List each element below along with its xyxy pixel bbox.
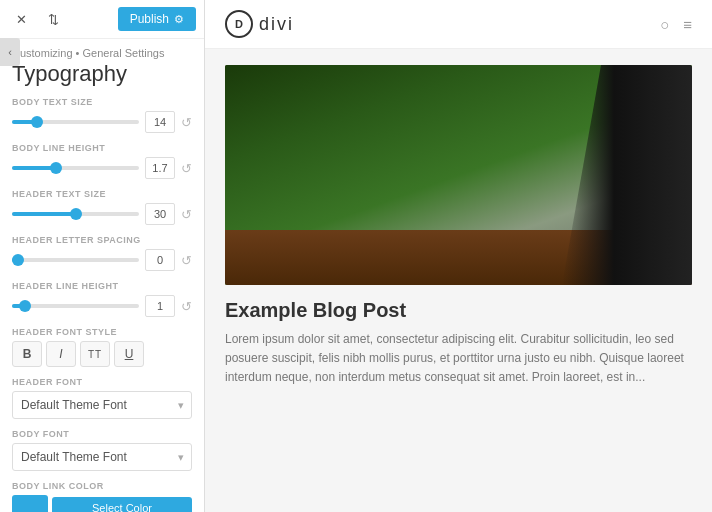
body-font-select-wrapper: Default Theme Font Arial Georgia xyxy=(12,443,192,471)
body-text-size-label: BODY TEXT SIZE xyxy=(12,97,192,107)
header-letter-spacing-thumb[interactable] xyxy=(12,254,24,266)
body-link-color-label: BODY LINK COLOR xyxy=(12,481,192,491)
italic-button[interactable]: I xyxy=(46,341,76,367)
body-font-label: BODY FONT xyxy=(12,429,192,439)
font-style-row: B I TT U xyxy=(12,341,192,367)
header-text-size-track[interactable] xyxy=(12,212,139,216)
body-text-size-reset[interactable]: ↺ xyxy=(181,115,192,130)
body-font-select[interactable]: Default Theme Font Arial Georgia xyxy=(12,443,192,471)
color-swatch[interactable] xyxy=(12,495,48,512)
header-font-style-group: HEADER FONT STYLE B I TT U xyxy=(12,327,192,367)
blog-image: YOU GOT THIS xyxy=(225,65,692,285)
body-line-height-row: 1.7 ↺ xyxy=(12,157,192,179)
header-line-height-track[interactable] xyxy=(12,304,139,308)
body-text-size-group: BODY TEXT SIZE 14 ↺ xyxy=(12,97,192,133)
header-text-size-row: 30 ↺ xyxy=(12,203,192,225)
close-button[interactable]: ✕ xyxy=(8,6,34,32)
breadcrumb: Customizing • General Settings xyxy=(12,47,192,59)
body-link-color-group: BODY LINK COLOR Select Color xyxy=(12,481,192,512)
left-panel: ✕ ⇅ Publish ⚙ ‹ Customizing • General Se… xyxy=(0,0,205,512)
back-arrow: ‹ xyxy=(8,46,12,58)
right-panel: D divi ○ ≡ YOU GOT THIS Example Blog Pos… xyxy=(205,0,712,512)
body-text-size-value: 14 xyxy=(145,111,175,133)
site-header: D divi ○ ≡ xyxy=(205,0,712,49)
header-font-style-label: HEADER FONT STYLE xyxy=(12,327,192,337)
header-line-height-row: 1 ↺ xyxy=(12,295,192,317)
publish-button[interactable]: Publish ⚙ xyxy=(118,7,196,31)
header-font-label: HEADER FONT xyxy=(12,377,192,387)
header-icons: ○ ≡ xyxy=(660,16,692,33)
top-bar: ✕ ⇅ Publish ⚙ xyxy=(0,0,204,39)
header-letter-spacing-track[interactable] xyxy=(12,258,139,262)
sort-button[interactable]: ⇅ xyxy=(40,6,66,32)
bold-button[interactable]: B xyxy=(12,341,42,367)
body-line-height-reset[interactable]: ↺ xyxy=(181,161,192,176)
body-text-size-track[interactable] xyxy=(12,120,139,124)
uppercase-button[interactable]: TT xyxy=(80,341,110,367)
header-line-height-reset[interactable]: ↺ xyxy=(181,299,192,314)
body-text-size-row: 14 ↺ xyxy=(12,111,192,133)
breadcrumb-area: Customizing • General Settings xyxy=(0,39,204,59)
header-line-height-label: HEADER LINE HEIGHT xyxy=(12,281,192,291)
gear-icon: ⚙ xyxy=(174,13,184,26)
site-name: divi xyxy=(259,14,294,35)
header-font-group: HEADER FONT Default Theme Font Arial Geo… xyxy=(12,377,192,419)
body-line-height-thumb[interactable] xyxy=(50,162,62,174)
top-bar-left: ✕ ⇅ xyxy=(8,6,66,32)
header-line-height-thumb[interactable] xyxy=(19,300,31,312)
header-letter-spacing-row: 0 ↺ xyxy=(12,249,192,271)
publish-label: Publish xyxy=(130,12,169,26)
header-text-size-reset[interactable]: ↺ xyxy=(181,207,192,222)
header-letter-spacing-value: 0 xyxy=(145,249,175,271)
header-letter-spacing-label: HEADER LETTER SPACING xyxy=(12,235,192,245)
header-font-select[interactable]: Default Theme Font Arial Georgia xyxy=(12,391,192,419)
header-text-size-value: 30 xyxy=(145,203,175,225)
menu-icon[interactable]: ≡ xyxy=(683,16,692,33)
site-content: YOU GOT THIS Example Blog Post Lorem ips… xyxy=(205,49,712,404)
body-text-size-thumb[interactable] xyxy=(31,116,43,128)
underline-button[interactable]: U xyxy=(114,341,144,367)
select-color-button[interactable]: Select Color xyxy=(52,497,192,512)
search-icon[interactable]: ○ xyxy=(660,16,669,33)
body-line-height-value: 1.7 xyxy=(145,157,175,179)
back-button[interactable]: ‹ xyxy=(0,38,20,66)
header-font-select-wrapper: Default Theme Font Arial Georgia xyxy=(12,391,192,419)
header-line-height-group: HEADER LINE HEIGHT 1 ↺ xyxy=(12,281,192,317)
color-row: Select Color xyxy=(12,495,192,512)
divi-circle-icon: D xyxy=(225,10,253,38)
header-text-size-label: HEADER TEXT SIZE xyxy=(12,189,192,199)
header-text-size-fill xyxy=(12,212,76,216)
body-font-group: BODY FONT Default Theme Font Arial Georg… xyxy=(12,429,192,471)
body-line-height-group: BODY LINE HEIGHT 1.7 ↺ xyxy=(12,143,192,179)
blog-post-title: Example Blog Post xyxy=(225,299,692,322)
header-letter-spacing-reset[interactable]: ↺ xyxy=(181,253,192,268)
header-text-size-group: HEADER TEXT SIZE 30 ↺ xyxy=(12,189,192,225)
header-text-size-thumb[interactable] xyxy=(70,208,82,220)
settings-area: BODY TEXT SIZE 14 ↺ BODY LINE HEIGHT 1.7… xyxy=(0,97,204,512)
body-line-height-label: BODY LINE HEIGHT xyxy=(12,143,192,153)
blog-post-excerpt: Lorem ipsum dolor sit amet, consectetur … xyxy=(225,330,692,388)
body-line-height-track[interactable] xyxy=(12,166,139,170)
divi-logo: D divi xyxy=(225,10,294,38)
header-letter-spacing-group: HEADER LETTER SPACING 0 ↺ xyxy=(12,235,192,271)
page-title: Typography xyxy=(0,59,204,97)
header-line-height-value: 1 xyxy=(145,295,175,317)
logo-letter: D xyxy=(235,18,243,30)
